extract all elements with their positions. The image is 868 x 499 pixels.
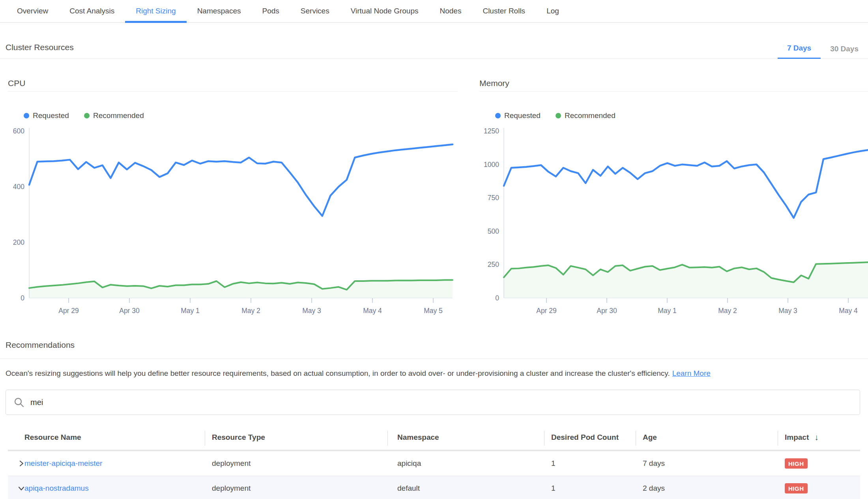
- svg-text:Apr 30: Apr 30: [119, 307, 140, 315]
- memory-chart-panel: Memory Requested Recommended 02505007501…: [479, 59, 868, 321]
- description-text: Ocean's resizing suggestions will help y…: [6, 369, 670, 377]
- cpu-chart-title: CPU: [8, 79, 458, 92]
- legend-recommended-label: Recommended: [93, 111, 144, 120]
- tab-nodes[interactable]: Nodes: [429, 0, 472, 22]
- age-cell: 7 days: [636, 459, 778, 468]
- tab-overview[interactable]: Overview: [6, 0, 59, 22]
- search-input[interactable]: [30, 398, 860, 407]
- svg-text:750: 750: [488, 194, 499, 202]
- sort-desc-arrow-icon[interactable]: ↓: [814, 433, 819, 442]
- age-cell: 2 days: [636, 484, 778, 493]
- tab-cost-analysis[interactable]: Cost Analysis: [59, 0, 125, 22]
- impact-high-badge: HIGH: [785, 483, 808, 493]
- requested-dot-icon: [24, 113, 29, 118]
- column-header-resource-name[interactable]: Resource Name: [8, 425, 205, 450]
- tab-pods[interactable]: Pods: [252, 0, 290, 22]
- cluster-resources-header: Cluster Resources 7 Days 30 Days: [0, 23, 868, 59]
- namespace-cell: default: [387, 484, 544, 493]
- tab-namespaces[interactable]: Namespaces: [187, 0, 252, 22]
- svg-text:1250: 1250: [484, 127, 499, 135]
- range-30-days-button[interactable]: 30 Days: [821, 45, 868, 58]
- charts-row: CPU Requested Recommended 0200400600Apr …: [8, 59, 868, 321]
- svg-text:May 2: May 2: [241, 307, 260, 315]
- resource-name-link[interactable]: apiqa-nostradamus: [24, 484, 89, 492]
- svg-text:May 1: May 1: [181, 307, 200, 315]
- svg-text:Apr 30: Apr 30: [597, 307, 617, 315]
- legend-recommended[interactable]: Recommended: [84, 111, 144, 120]
- legend-requested[interactable]: Requested: [24, 111, 69, 120]
- memory-line-chart: 025050075010001250Apr 29Apr 30May 1May 2…: [479, 123, 868, 321]
- range-7-days-button[interactable]: 7 Days: [778, 44, 821, 59]
- legend-requested-label: Requested: [504, 111, 541, 120]
- impact-header-label: Impact: [785, 433, 809, 442]
- svg-text:Apr 29: Apr 29: [536, 307, 557, 315]
- time-range-toggle: 7 Days 30 Days: [778, 44, 868, 58]
- tab-virtual-node-groups[interactable]: Virtual Node Groups: [340, 0, 429, 22]
- tab-cluster-rolls[interactable]: Cluster Rolls: [472, 0, 536, 22]
- legend-requested-label: Requested: [33, 111, 69, 120]
- svg-text:May 3: May 3: [778, 307, 797, 315]
- table-row[interactable]: meister-apiciqa-meister deployment apici…: [8, 451, 860, 476]
- svg-text:May 3: May 3: [302, 307, 321, 315]
- tab-right-sizing[interactable]: Right Sizing: [125, 0, 186, 22]
- tab-services[interactable]: Services: [290, 0, 340, 22]
- recommended-dot-icon: [84, 113, 90, 118]
- recommendations-description: Ocean's resizing suggestions will help y…: [6, 369, 860, 378]
- cpu-chart-legend: Requested Recommended: [24, 111, 458, 120]
- search-icon: [14, 397, 24, 407]
- resource-name-link[interactable]: meister-apiciqa-meister: [24, 459, 102, 467]
- search-box[interactable]: [6, 390, 860, 415]
- desired-pod-count-cell: 1: [544, 459, 636, 468]
- column-header-resource-type[interactable]: Resource Type: [205, 425, 387, 450]
- tab-bar: Overview Cost Analysis Right Sizing Name…: [0, 0, 868, 23]
- svg-text:May 4: May 4: [363, 307, 382, 315]
- column-header-impact[interactable]: Impact ↓: [778, 425, 860, 450]
- svg-text:600: 600: [13, 127, 24, 135]
- recommendations-header: Recommendations: [0, 321, 868, 359]
- column-header-desired-pod-count[interactable]: Desired Pod Count: [544, 425, 636, 450]
- table-header-row: Resource Name Resource Type Namespace De…: [8, 425, 860, 451]
- svg-text:May 2: May 2: [718, 307, 737, 315]
- chevron-down-icon[interactable]: [17, 484, 25, 492]
- chevron-right-icon[interactable]: [17, 460, 25, 467]
- cluster-resources-title: Cluster Resources: [6, 43, 74, 58]
- column-header-age[interactable]: Age: [636, 425, 778, 450]
- svg-text:200: 200: [13, 238, 24, 246]
- table-row[interactable]: apiqa-nostradamus deployment default 1 2…: [8, 476, 860, 499]
- cpu-chart-panel: CPU Requested Recommended 0200400600Apr …: [8, 59, 458, 321]
- recommendations-title: Recommendations: [6, 340, 75, 358]
- resource-type-cell: deployment: [205, 484, 387, 493]
- svg-text:May 1: May 1: [658, 307, 677, 315]
- svg-text:500: 500: [488, 227, 499, 235]
- svg-text:0: 0: [495, 294, 499, 302]
- svg-text:400: 400: [13, 183, 24, 191]
- resource-type-cell: deployment: [205, 459, 387, 468]
- memory-chart-title: Memory: [479, 79, 868, 92]
- legend-requested[interactable]: Requested: [495, 111, 541, 120]
- namespace-cell: apiciqa: [387, 459, 544, 468]
- recommendations-table: Resource Name Resource Type Namespace De…: [8, 425, 860, 499]
- tab-log[interactable]: Log: [536, 0, 570, 22]
- impact-high-badge: HIGH: [785, 458, 808, 469]
- column-header-namespace[interactable]: Namespace: [387, 425, 544, 450]
- memory-chart-legend: Requested Recommended: [495, 111, 868, 120]
- learn-more-link[interactable]: Learn More: [672, 369, 711, 377]
- legend-recommended-label: Recommended: [565, 111, 615, 120]
- cpu-line-chart: 0200400600Apr 29Apr 30May 1May 2May 3May…: [8, 123, 458, 321]
- svg-text:May 4: May 4: [839, 307, 858, 315]
- svg-text:May 5: May 5: [424, 307, 443, 315]
- recommended-dot-icon: [556, 113, 561, 118]
- svg-text:250: 250: [488, 261, 499, 268]
- legend-recommended[interactable]: Recommended: [556, 111, 615, 120]
- requested-dot-icon: [495, 113, 501, 118]
- svg-text:0: 0: [21, 294, 24, 302]
- svg-text:Apr 29: Apr 29: [58, 307, 79, 315]
- desired-pod-count-cell: 1: [544, 484, 636, 493]
- svg-text:1000: 1000: [484, 161, 499, 169]
